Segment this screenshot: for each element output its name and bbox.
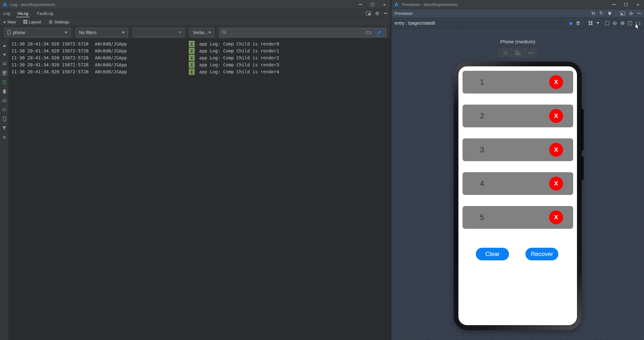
- rotate-icon: [515, 51, 520, 55]
- device-model-label: Phone (medium): [391, 39, 644, 44]
- maximize-button[interactable]: [620, 0, 632, 9]
- filter-select[interactable]: No filters: [76, 28, 128, 37]
- deveco-logo-icon: [3, 2, 8, 7]
- clear-log-trash-icon[interactable]: [2, 88, 7, 94]
- list-item[interactable]: 4 X: [463, 172, 573, 195]
- refresh-icon[interactable]: ↻: [599, 11, 603, 16]
- list-item[interactable]: 5 X: [463, 206, 573, 229]
- gear-icon[interactable]: ⚙: [375, 11, 379, 16]
- device-log-phone-icon[interactable]: [2, 116, 7, 122]
- log-message: app Log: Comp Child is render1: [199, 48, 279, 53]
- tab-faultlog[interactable]: FaultLog: [36, 9, 54, 17]
- delete-item-button[interactable]: X: [549, 210, 563, 224]
- zoom-in-icon[interactable]: ⊕: [620, 21, 625, 26]
- log-gutter-toolbar: [0, 39, 9, 340]
- inspector-icon[interactable]: ◉: [569, 21, 573, 25]
- fit-to-screen-icon[interactable]: [628, 21, 632, 25]
- recover-button[interactable]: Recover: [525, 248, 558, 260]
- log-time: 11-30 20:41:34.920: [11, 69, 62, 74]
- restart-session-icon[interactable]: [2, 79, 7, 85]
- entry-path-label: entry : /pages/stateB: [395, 21, 435, 26]
- settings-button[interactable]: ⚙ Settings: [49, 20, 69, 24]
- ellipsis-icon: •••: [528, 51, 534, 55]
- rotate-device-button[interactable]: [512, 48, 524, 58]
- previewer-tab-label[interactable]: Previewer: [395, 11, 413, 16]
- window-title: Log - docsRequirements: [10, 2, 55, 7]
- log-time: 11-30 20:41:34.920: [11, 41, 62, 46]
- layers-icon[interactable]: [576, 21, 580, 25]
- log-row[interactable]: 11-30 20:41:34.920 15072-5728 A0c0d0/JSA…: [11, 61, 279, 68]
- chevron-down-icon[interactable]: [596, 22, 599, 24]
- font-size-icon[interactable]: Tt: [591, 11, 595, 16]
- toggle-panel-icon[interactable]: [620, 11, 625, 15]
- log-pid: 15072-5728: [62, 55, 95, 60]
- scroll-up-icon[interactable]: [2, 43, 7, 48]
- clear-button[interactable]: Clear: [476, 248, 509, 260]
- regex-toggle[interactable]: .*: [374, 28, 384, 37]
- page-frame-icon[interactable]: [605, 21, 609, 25]
- search-input[interactable]: [229, 30, 366, 35]
- delete-item-button[interactable]: X: [549, 177, 563, 191]
- back-icon: ◁: [503, 50, 507, 56]
- filter-funnel-icon[interactable]: [2, 125, 7, 131]
- delete-item-button[interactable]: X: [549, 75, 563, 89]
- log-level-badge: I: [189, 62, 195, 68]
- close-button[interactable]: ×: [378, 0, 390, 9]
- log-tabbar: Log: HiLog FaultLog ⚙: [0, 9, 390, 18]
- level-select[interactable]: Verbo...: [190, 28, 214, 37]
- log-filterbar: phone No filters Verbo...: [0, 26, 390, 39]
- new-button[interactable]: + New: [3, 19, 16, 25]
- layout-button[interactable]: Layout: [23, 20, 41, 24]
- log-rows: 11-30 20:41:34.920 15072-5728 A0c0d0/JSA…: [11, 40, 279, 75]
- item-number: 1: [480, 78, 484, 87]
- delete-item-button[interactable]: X: [549, 109, 563, 123]
- list-item[interactable]: 1 X: [463, 71, 573, 94]
- deveco-logo-icon: [394, 2, 399, 7]
- back-button[interactable]: ◁: [499, 48, 512, 58]
- device-select[interactable]: phone: [4, 28, 71, 37]
- hide-panel-icon[interactable]: [384, 13, 387, 14]
- phone-screen: 1 X 2 X 3 X 4 X: [458, 66, 577, 325]
- list-item[interactable]: 3 X: [463, 138, 573, 161]
- more-options-button[interactable]: •••: [524, 48, 537, 58]
- log-message: app Log: Comp Child is render2: [199, 55, 279, 60]
- previewer-window: Previewer - docsRequirements × Previewer…: [391, 0, 644, 340]
- hide-panel-icon[interactable]: [637, 13, 641, 14]
- list-item[interactable]: 2 X: [463, 105, 573, 127]
- layout-mode-group: [586, 20, 602, 26]
- log-level-badge: I: [189, 55, 195, 61]
- log-row[interactable]: 11-30 20:41:34.920 15072-5728 A0c0d0/JSA…: [11, 47, 279, 54]
- zoom-out-icon[interactable]: ⊖: [612, 21, 617, 26]
- process-select[interactable]: [133, 28, 185, 37]
- log-tag: A0c0d0/JSApp: [95, 69, 189, 74]
- close-button[interactable]: ×: [632, 0, 644, 9]
- volume-button: [581, 109, 584, 151]
- chevron-down-icon: [208, 32, 211, 33]
- grid-view-icon[interactable]: [589, 21, 592, 25]
- close-panel-icon[interactable]: [2, 134, 7, 140]
- delete-item-button[interactable]: X: [549, 143, 563, 157]
- log-row[interactable]: 11-30 20:41:34.920 15072-5728 A0c0d0/JSA…: [11, 54, 279, 61]
- item-number: 2: [480, 112, 484, 120]
- soft-wrap-icon[interactable]: [2, 61, 7, 67]
- log-tag: A0c0d0/JSApp: [95, 62, 189, 67]
- minimize-button[interactable]: [608, 0, 620, 9]
- scroll-to-end-icon[interactable]: [2, 70, 7, 76]
- plug-connector-icon[interactable]: [608, 11, 612, 16]
- minimize-button[interactable]: [354, 0, 366, 9]
- log-titlebar: Log - docsRequirements ×: [0, 0, 390, 9]
- log-row[interactable]: 11-30 20:41:34.920 15072-5728 A0c0d0/JSA…: [11, 68, 279, 75]
- match-case-toggle[interactable]: Cc: [366, 30, 372, 35]
- window-controls: ×: [354, 0, 390, 9]
- power-button: [581, 156, 584, 180]
- snapshot-camera-icon: [2, 98, 7, 103]
- chevron-down-icon: [122, 32, 125, 33]
- log-level-badge: I: [189, 69, 195, 75]
- gear-icon[interactable]: ⚙: [629, 11, 633, 16]
- log-row[interactable]: 11-30 20:41:34.920 15072-5728 A0c0d0/JSA…: [11, 40, 279, 47]
- maximize-button[interactable]: [366, 0, 378, 9]
- save-log-icon: [2, 107, 7, 112]
- tab-hilog[interactable]: HiLog: [16, 9, 29, 17]
- toggle-panel-icon[interactable]: [366, 11, 371, 15]
- scroll-down-icon[interactable]: [2, 52, 7, 58]
